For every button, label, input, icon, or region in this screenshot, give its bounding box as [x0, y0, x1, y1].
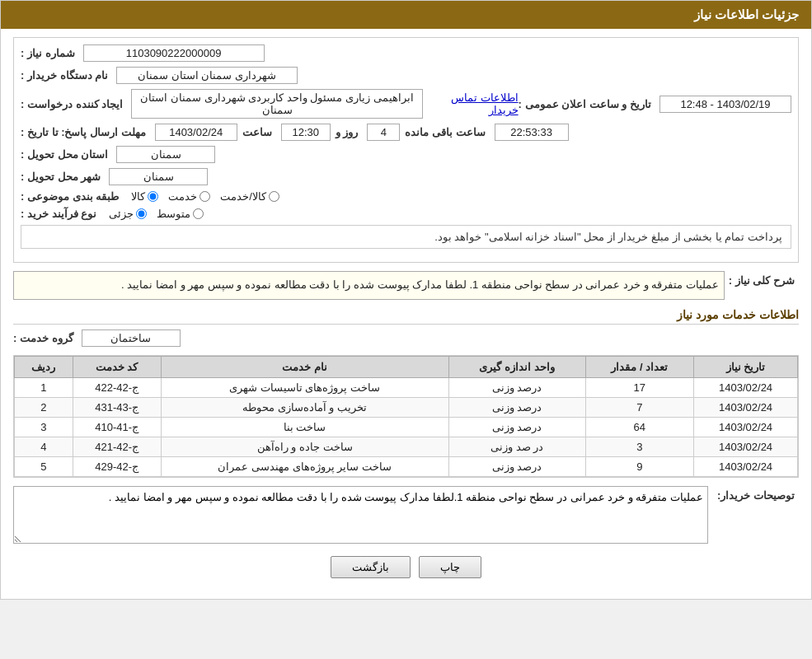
cell-unit: در صد وزنی [448, 437, 585, 456]
table-row: 1403/02/24 9 درصد وزنی ساخت سایر پروژه‌ه… [15, 456, 798, 476]
cell-date: 1403/02/24 [694, 397, 798, 417]
cell-unit: درصد وزنی [448, 377, 585, 397]
cell-unit: درصد وزنی [448, 456, 585, 476]
cell-date: 1403/02/24 [694, 377, 798, 397]
description-label: شرح کلی نیاز : [729, 274, 795, 287]
category-label: طبقه بندی موضوعی : [21, 190, 119, 203]
process-option-jozee[interactable]: جزئی [109, 208, 147, 220]
service-group-label: گروه خدمت : [13, 332, 73, 344]
cell-row: 3 [15, 417, 73, 437]
process-label: نوع فرآیند خرید : [21, 208, 96, 220]
cell-name: ساخت بنا [161, 417, 448, 437]
cell-qty: 64 [585, 417, 694, 437]
description-text: عملیات متفرقه و خرد عمرانی در سطح نواحی … [13, 271, 725, 300]
col-header-row: ردیف [15, 356, 73, 377]
col-header-date: تاریخ نیاز [694, 356, 798, 377]
cell-name: ساخت جاده و راه‌آهن [161, 437, 448, 456]
cell-date: 1403/02/24 [694, 456, 798, 476]
cell-row: 2 [15, 397, 73, 417]
cell-qty: 9 [585, 456, 694, 476]
deadline-days-value: 4 [367, 124, 400, 141]
services-table: تاریخ نیاز تعداد / مقدار واحد اندازه گیر… [13, 355, 799, 478]
cell-qty: 17 [585, 377, 694, 397]
province-label: استان محل تحویل : [21, 148, 108, 161]
creator-value: ابراهیمی زیاری مسئول واحد کاربردی شهردار… [131, 89, 423, 119]
creator-label: ایجاد کننده درخواست : [21, 98, 123, 110]
contact-link[interactable]: اطلاعات تماس خریدار [427, 91, 519, 116]
cell-row: 4 [15, 437, 73, 456]
cell-row: 1 [15, 377, 73, 397]
buyer-org-value: شهرداری سمنان استان سمنان [116, 67, 298, 84]
table-row: 1403/02/24 3 در صد وزنی ساخت جاده و راه‌… [15, 437, 798, 456]
cell-code: ج-42-422 [73, 377, 161, 397]
cell-code: ج-41-410 [73, 417, 161, 437]
process-radio-group: متوسط جزئی [109, 208, 204, 220]
buyer-org-label: نام دستگاه خریدار : [21, 69, 108, 82]
remaining-label: ساعت باقی مانده [405, 126, 485, 138]
notice-number-value: 1103090222000009 [83, 44, 265, 62]
cell-qty: 3 [585, 437, 694, 456]
back-button[interactable]: بازگشت [331, 556, 411, 578]
col-header-unit: واحد اندازه گیری [448, 356, 585, 377]
page-header: جزئیات اطلاعات نیاز [1, 1, 811, 29]
process-note: پرداخت تمام یا بخشی از مبلغ خریدار از مح… [21, 225, 791, 249]
time-label: ساعت [242, 126, 272, 138]
col-header-name: نام خدمت [161, 356, 448, 377]
category-option-kala[interactable]: کالا [131, 190, 158, 203]
cell-name: ساخت سایر پروژه‌های مهندسی عمران [161, 456, 448, 476]
city-label: شهر محل تحویل : [21, 171, 101, 183]
table-row: 1403/02/24 17 درصد وزنی ساخت پروژه‌های ت… [15, 377, 798, 397]
cell-date: 1403/02/24 [694, 417, 798, 437]
category-radio-group: کالا/خدمت خدمت کالا [131, 190, 279, 203]
cell-code: ج-43-431 [73, 397, 161, 417]
category-option-khadmat[interactable]: خدمت [168, 190, 210, 203]
cell-name: ساخت پروژه‌های تاسیسات شهری [161, 377, 448, 397]
city-value: سمنان [109, 168, 208, 185]
services-section-title: اطلاعات خدمات مورد نیاز [13, 308, 799, 325]
print-button[interactable]: چاپ [419, 556, 481, 578]
notice-number-label: شماره نیاز : [21, 47, 75, 59]
cell-qty: 7 [585, 397, 694, 417]
col-header-code: کد خدمت [73, 356, 161, 377]
date-value: 1403/02/19 - 12:48 [659, 96, 791, 113]
cell-row: 5 [15, 456, 73, 476]
remaining-time-value: 22:53:33 [495, 124, 569, 141]
cell-unit: درصد وزنی [448, 397, 585, 417]
date-label: تاریخ و ساعت اعلان عمومی : [519, 98, 651, 110]
deadline-date-value: 1403/02/24 [155, 124, 237, 141]
page-title: جزئیات اطلاعات نیاز [694, 7, 799, 21]
service-group-value: ساختمان [82, 330, 181, 347]
cell-unit: درصد وزنی [448, 417, 585, 437]
deadline-label: مهلت ارسال پاسخ: تا تاریخ : [21, 126, 146, 138]
table-row: 1403/02/24 7 درصد وزنی تخریب و آماده‌ساز… [15, 397, 798, 417]
process-option-motavasset[interactable]: متوسط [157, 208, 204, 220]
buyer-desc-label: توصیحات خریدار: [712, 489, 795, 502]
table-row: 1403/02/24 64 درصد وزنی ساخت بنا ج-41-41… [15, 417, 798, 437]
buyer-desc-textarea[interactable] [13, 486, 708, 544]
action-buttons: چاپ بازگشت [13, 556, 799, 578]
cell-code: ج-42-429 [73, 456, 161, 476]
cell-name: تخریب و آماده‌سازی محوطه [161, 397, 448, 417]
cell-code: ج-42-421 [73, 437, 161, 456]
deadline-time-value: 12:30 [281, 124, 331, 141]
province-value: سمنان [116, 146, 215, 163]
col-header-qty: تعداد / مقدار [585, 356, 694, 377]
category-option-khadmat-kala[interactable]: کالا/خدمت [220, 190, 279, 203]
days-label: روز و [336, 126, 359, 138]
cell-date: 1403/02/24 [694, 437, 798, 456]
